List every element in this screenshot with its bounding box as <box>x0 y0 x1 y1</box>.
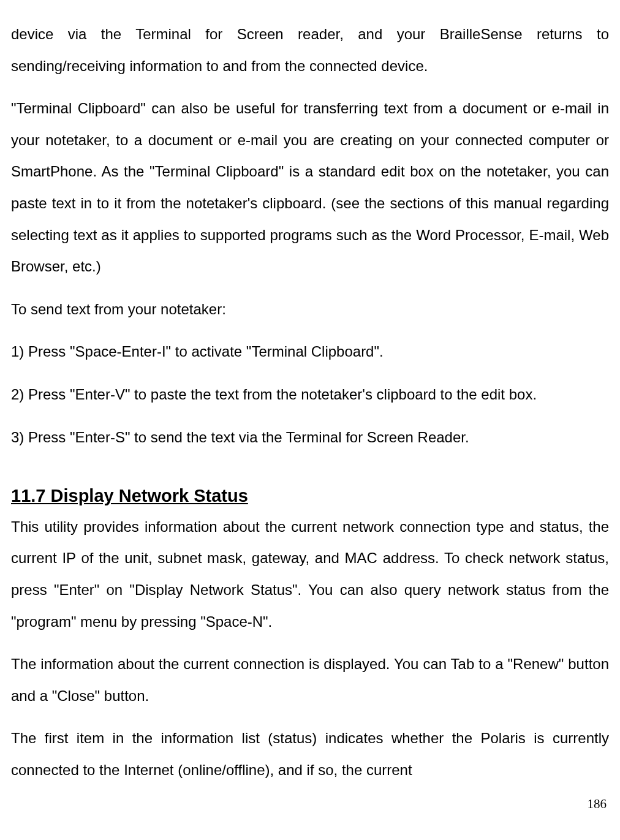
step-2: 2) Press "Enter-V" to paste the text fro… <box>11 379 609 411</box>
step-3: 3) Press "Enter-S" to send the text via … <box>11 422 609 453</box>
paragraph: The information about the current connec… <box>11 648 609 711</box>
paragraph: "Terminal Clipboard" can also be useful … <box>11 93 609 282</box>
step-1: 1) Press "Space-Enter-I" to activate "Te… <box>11 336 609 368</box>
paragraph-intro: To send text from your notetaker: <box>11 293 609 325</box>
section-heading: 11.7 Display Network Status <box>11 483 609 509</box>
page-number: 186 <box>11 796 609 812</box>
paragraph: This utility provides information about … <box>11 511 609 637</box>
paragraph-continuation: device via the Terminal for Screen reade… <box>11 18 609 81</box>
paragraph-cutoff: The first item in the information list (… <box>11 722 609 785</box>
